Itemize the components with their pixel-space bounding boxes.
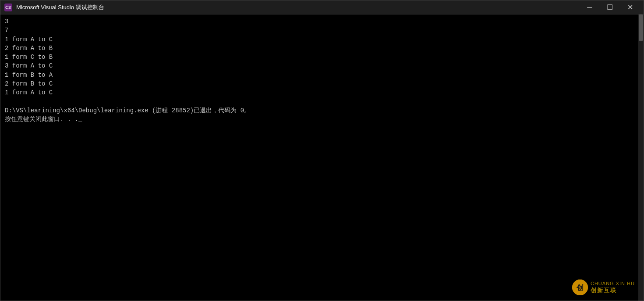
console-lines: 371 form A to C2 form A to B1 form C to …	[5, 17, 639, 124]
watermark: 创 CHUANG XIN HU 创新互联	[572, 280, 635, 295]
vs-logo: C#	[4, 4, 12, 11]
minimize-button[interactable]: ─	[580, 0, 600, 14]
watermark-line1: CHUANG XIN HU	[591, 280, 635, 287]
close-button[interactable]: ✕	[620, 0, 640, 14]
watermark-text: CHUANG XIN HU 创新互联	[591, 280, 635, 294]
console-line: 3	[5, 17, 639, 26]
watermark-line2: 创新互联	[591, 287, 635, 294]
console-line: 1 form C to B	[5, 53, 639, 61]
vs-icon-label: C#	[5, 5, 11, 10]
console-line: 7	[5, 26, 639, 35]
svg-text:创: 创	[576, 284, 584, 291]
console-line: 1 form A to C	[5, 88, 639, 97]
console-line: D:\VS\learining\x64\Debug\learining.exe …	[5, 106, 639, 115]
window-title: Microsoft Visual Studio 调试控制台	[16, 4, 580, 11]
console-line: 1 form A to C	[5, 35, 639, 44]
app-icon: C#	[4, 3, 13, 12]
console-line	[5, 97, 639, 106]
window-controls: ─ ☐ ✕	[580, 0, 640, 14]
console-line: 3 form A to C	[5, 61, 639, 70]
console-line: 2 form A to B	[5, 44, 639, 53]
console-line: 按任意键关闭此窗口. . ._	[5, 115, 639, 124]
titlebar: C# Microsoft Visual Studio 调试控制台 ─ ☐ ✕	[0, 0, 644, 14]
console-line: 1 form B to A	[5, 71, 639, 79]
maximize-button[interactable]: ☐	[600, 0, 620, 14]
scrollbar[interactable]	[638, 14, 644, 301]
console-output: 371 form A to C2 form A to B1 form C to …	[0, 14, 644, 301]
watermark-logo-icon: 创	[572, 280, 588, 295]
vs-debug-console-window: C# Microsoft Visual Studio 调试控制台 ─ ☐ ✕ 3…	[0, 0, 644, 301]
console-line: 2 form B to C	[5, 79, 639, 88]
scrollbar-thumb[interactable]	[639, 14, 643, 41]
